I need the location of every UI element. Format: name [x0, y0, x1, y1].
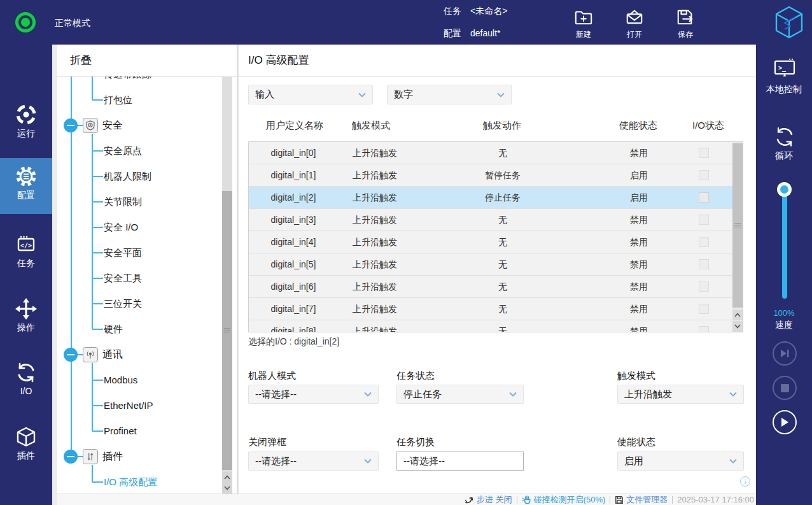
- table-row[interactable]: digital_in[5]上升沿触发无禁用: [249, 253, 743, 276]
- tree-tick: [92, 405, 103, 406]
- speed-slider-track[interactable]: [782, 189, 787, 299]
- tree-scrollbar-thumb[interactable]: [222, 191, 232, 470]
- tree-connector: [78, 456, 83, 457]
- table-row[interactable]: digital_in[6]上升沿触发无禁用: [249, 276, 743, 298]
- io-state-checkbox[interactable]: [699, 170, 709, 180]
- table-scroll-up-button[interactable]: [732, 309, 743, 320]
- tree-scroll-down-button[interactable]: [222, 483, 232, 494]
- close-popup-value: --请选择--: [255, 455, 297, 467]
- nav-item-task[interactable]: </> 任务: [0, 233, 52, 269]
- tree-item-profinet[interactable]: Profinet: [104, 425, 137, 437]
- column-header-name: 用户定义名称: [266, 120, 323, 131]
- close-popup-select[interactable]: --请选择--: [248, 452, 379, 471]
- table-scrollbar[interactable]: [732, 142, 743, 332]
- robot-mode-select[interactable]: --请选择--: [248, 385, 379, 404]
- io-state-checkbox[interactable]: [699, 192, 709, 203]
- speed-slider-knob[interactable]: [777, 182, 792, 197]
- tree-item-three-position-switch[interactable]: 三位开关: [104, 297, 142, 310]
- column-header-action: 触发动作: [464, 120, 540, 131]
- tree-item-modbus[interactable]: Modbus: [104, 374, 137, 387]
- tree-item-pack-position[interactable]: 打包位: [104, 94, 132, 106]
- signal-type-select[interactable]: 数字: [387, 85, 512, 104]
- collision-detection-status[interactable]: 碰撞检测开启(50%): [522, 494, 606, 505]
- play-button[interactable]: [773, 410, 797, 434]
- chevron-down-icon: [358, 92, 366, 97]
- step-mode-status[interactable]: 步进 关闭: [465, 494, 512, 505]
- nav-item-config[interactable]: 配置: [0, 165, 52, 201]
- io-state-checkbox[interactable]: [699, 304, 709, 314]
- save-button[interactable]: 保存: [665, 8, 706, 40]
- tree-group-plugin[interactable]: 插件: [102, 450, 123, 463]
- nav-plugin-label: 插件: [0, 450, 52, 462]
- table-row[interactable]: digital_in[1]上升沿触发暂停任务启用: [249, 164, 743, 187]
- table-row[interactable]: digital_in[8]上升沿触发无禁用: [249, 320, 743, 332]
- tree-branch-line: [92, 465, 93, 482]
- file-manager-link[interactable]: 文件管理器: [615, 494, 668, 505]
- io-state-checkbox[interactable]: [699, 237, 709, 247]
- nav-item-run[interactable]: 运行: [0, 103, 52, 139]
- new-button[interactable]: 新建: [563, 8, 604, 40]
- chevron-down-icon: [497, 92, 505, 97]
- local-control-icon[interactable]: >_: [773, 57, 796, 79]
- tree-tick: [92, 430, 103, 432]
- table-row-selected[interactable]: digital_in[2]上升沿触发停止任务启用: [249, 187, 743, 209]
- io-state-checkbox[interactable]: [699, 215, 709, 225]
- tree-item-io-advanced-config[interactable]: I/O 高级配置: [104, 476, 157, 488]
- chevron-down-icon: [364, 459, 372, 464]
- enable-state-select[interactable]: 启用: [617, 452, 744, 471]
- nav-item-plugin[interactable]: 插件: [0, 425, 52, 462]
- tree-item-safety-tool[interactable]: 安全工具: [104, 272, 142, 285]
- io-state-checkbox[interactable]: [699, 326, 709, 332]
- tree-item-safety-plane[interactable]: 安全平面: [104, 246, 142, 259]
- speed-label: 速度: [756, 320, 812, 331]
- io-state-checkbox[interactable]: [699, 259, 709, 269]
- task-state-value: 停止任务: [403, 388, 442, 401]
- new-button-label: 新建: [563, 29, 604, 40]
- io-state-checkbox[interactable]: [699, 281, 709, 292]
- task-code-icon: </>: [0, 233, 52, 256]
- tree-collapse-toggle-safety[interactable]: [64, 118, 78, 132]
- task-switch-field[interactable]: --请选择--: [396, 452, 524, 471]
- tree-scroll-up-button[interactable]: [222, 472, 232, 483]
- table-row[interactable]: digital_in[4]上升沿触发无禁用: [249, 231, 743, 253]
- io-direction-select[interactable]: 输入: [248, 85, 373, 104]
- tree-item-safety-origin[interactable]: 安全原点: [104, 145, 142, 157]
- tree-collapse-toggle-plugin[interactable]: [64, 450, 78, 464]
- nav-item-io[interactable]: I/O: [0, 361, 52, 396]
- trigger-mode-select[interactable]: 上升沿触发: [617, 385, 744, 404]
- tree-item-conveyor-tracking[interactable]: 传送带跟踪: [104, 76, 151, 81]
- tree-item-safety-io[interactable]: 安全 I/O: [104, 221, 138, 234]
- loop-icon[interactable]: [773, 125, 797, 149]
- tree-item-ethernet-ip[interactable]: EtherNet/IP: [104, 399, 153, 412]
- open-button[interactable]: 打开: [614, 8, 655, 40]
- info-icon[interactable]: i: [740, 476, 750, 487]
- step-forward-button[interactable]: [773, 341, 797, 366]
- tree-tick: [92, 176, 103, 177]
- table-scrollbar-thumb[interactable]: [732, 143, 743, 308]
- tree-group-safety[interactable]: 安全: [102, 119, 123, 132]
- tree-item-hardware[interactable]: 硬件: [104, 323, 123, 336]
- task-info: 任务 <未命名>: [444, 6, 507, 17]
- tree-group-communication[interactable]: 通讯: [102, 348, 123, 361]
- tree-item-robot-limits[interactable]: 机器人限制: [104, 170, 151, 183]
- table-scroll-down-button[interactable]: [732, 321, 743, 332]
- tree-scrollbar[interactable]: [222, 76, 232, 494]
- stop-button[interactable]: [773, 376, 797, 400]
- task-value: <未命名>: [470, 6, 507, 17]
- nav-item-operate[interactable]: 操作: [0, 297, 52, 334]
- tree-tick: [92, 278, 103, 279]
- tree-collapse-toggle-comm[interactable]: [64, 348, 78, 362]
- application-window: 正常模式 任务 <未命名> 配置 default* 新建: [0, 0, 812, 505]
- table-row[interactable]: digital_in[7]上升沿触发无禁用: [249, 298, 743, 320]
- enable-state-value: 启用: [624, 455, 643, 467]
- io-state-checkbox[interactable]: [699, 148, 709, 158]
- task-state-select[interactable]: 停止任务: [396, 385, 524, 404]
- tree-branch-line: [92, 363, 93, 431]
- task-label: 任务: [444, 6, 461, 17]
- sliders-icon: [83, 449, 98, 464]
- table-row[interactable]: digital_in[3]上升沿触发无禁用: [249, 209, 743, 231]
- tree-item-joint-limits[interactable]: 关节限制: [104, 196, 142, 208]
- table-row[interactable]: digital_in[0]上升沿触发无禁用: [249, 142, 743, 164]
- trigger-mode-value: 上升沿触发: [624, 388, 672, 401]
- tree-collapse-button[interactable]: 折叠: [57, 45, 237, 77]
